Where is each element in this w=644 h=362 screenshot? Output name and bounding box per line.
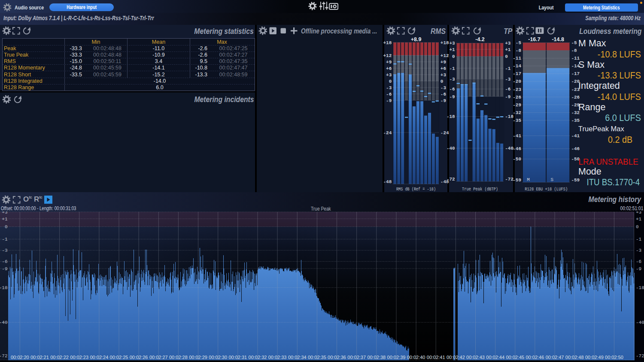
svg-text:-6: -6: [636, 259, 641, 264]
svg-text:-50: -50: [513, 157, 521, 162]
svg-text:00:02:21: 00:02:21: [30, 355, 49, 360]
svg-text:-24: -24: [383, 130, 392, 136]
svg-text:-18: -18: [447, 114, 455, 119]
svg-text:-72: -72: [636, 353, 644, 359]
svg-text:-35: -35: [571, 118, 580, 123]
svg-text:00:02:34: 00:02:34: [288, 355, 307, 360]
svg-text:-20: -20: [513, 79, 521, 84]
svg-text:00:02:41: 00:02:41: [427, 355, 445, 360]
svg-text:00:02:43: 00:02:43: [466, 355, 485, 360]
svg-text:00:02:32: 00:02:32: [249, 355, 267, 360]
svg-text:-9: -9: [2, 266, 7, 272]
svg-text:0: 0: [505, 54, 508, 59]
svg-text:00:02:29: 00:02:29: [189, 355, 207, 360]
svg-text:+1: +1: [636, 217, 642, 222]
svg-text:00:02:39: 00:02:39: [387, 355, 406, 360]
svg-text:00:02:33: 00:02:33: [268, 355, 287, 360]
svg-text:-35: -35: [513, 118, 521, 123]
svg-text:-59: -59: [571, 178, 580, 183]
svg-text:00:02:50: 00:02:50: [605, 355, 623, 360]
svg-text:+1: +1: [449, 47, 455, 52]
svg-text:-40: -40: [636, 320, 644, 325]
svg-text:-41: -41: [513, 133, 521, 139]
svg-text:-16.7: -16.7: [528, 36, 541, 42]
svg-text:R128 EBU +18 (LUFS): R128 EBU +18 (LUFS): [525, 187, 568, 192]
svg-text:00:02:31: 00:02:31: [228, 355, 247, 360]
svg-text:0: 0: [452, 54, 455, 59]
svg-text:-32: -32: [513, 110, 521, 115]
svg-text:-72: -72: [447, 177, 455, 182]
svg-text:00:02:24: 00:02:24: [90, 355, 108, 360]
svg-text:00:02:44: 00:02:44: [486, 355, 504, 360]
svg-text:-48: -48: [383, 179, 392, 184]
svg-text:00:02:26: 00:02:26: [130, 355, 148, 360]
svg-text:True Peak (dBTP): True Peak (dBTP): [462, 187, 498, 192]
svg-text:+12: +12: [383, 53, 392, 58]
svg-text:-18: -18: [0, 285, 8, 290]
svg-text:00:02:40: 00:02:40: [407, 355, 425, 360]
svg-text:0: 0: [636, 224, 639, 229]
svg-text:M: M: [527, 177, 530, 182]
svg-text:00:02:36: 00:02:36: [328, 355, 346, 360]
svg-text:00:02:20: 00:02:20: [11, 355, 29, 360]
svg-text:00:02:23: 00:02:23: [70, 355, 88, 360]
svg-text:00:02:27: 00:02:27: [149, 355, 168, 360]
svg-text:-17: -17: [571, 71, 580, 76]
svg-text:-72: -72: [0, 353, 8, 359]
svg-text:-8: -8: [516, 48, 522, 53]
svg-text:+1: +1: [2, 217, 8, 222]
svg-text:-11: -11: [513, 56, 521, 61]
svg-text:-9: -9: [449, 94, 455, 100]
svg-text:-23: -23: [513, 87, 521, 92]
svg-text:+8.9: +8.9: [411, 36, 422, 42]
svg-text:+3: +3: [2, 211, 7, 215]
svg-text:-40: -40: [447, 146, 455, 151]
svg-text:-1: -1: [636, 237, 642, 242]
svg-text:00:02:49: 00:02:49: [585, 355, 604, 360]
svg-text:00:02:47: 00:02:47: [546, 355, 564, 360]
svg-text:-5: -5: [571, 40, 577, 45]
svg-text:-6: -6: [449, 87, 455, 92]
svg-text:00:02:38: 00:02:38: [367, 355, 386, 360]
svg-text:00:02:42: 00:02:42: [447, 355, 465, 360]
svg-text:-3: -3: [636, 248, 641, 253]
svg-text:-6: -6: [386, 92, 392, 97]
svg-text:-41: -41: [571, 133, 580, 139]
svg-text:-18: -18: [636, 285, 644, 290]
svg-text:-1: -1: [449, 66, 455, 71]
svg-text:+3: +3: [386, 72, 392, 78]
svg-text:00:02:45: 00:02:45: [506, 355, 524, 360]
svg-text:-59: -59: [513, 178, 521, 183]
svg-text:-4.2: -4.2: [475, 36, 485, 42]
svg-text:00:02:35: 00:02:35: [308, 355, 326, 360]
svg-text:+18: +18: [383, 40, 392, 45]
svg-text:-8: -8: [571, 48, 577, 53]
svg-text:-46: -46: [571, 146, 580, 151]
svg-text:-3: -3: [2, 248, 7, 253]
svg-text:+3: +3: [636, 211, 641, 215]
svg-text:-9: -9: [386, 98, 392, 103]
svg-text:0: 0: [5, 224, 8, 229]
svg-text:00:02:25: 00:02:25: [110, 355, 128, 360]
svg-text:-26: -26: [571, 95, 580, 100]
svg-text:-3: -3: [386, 85, 392, 90]
svg-text:00:02:46: 00:02:46: [526, 355, 544, 360]
svg-text:-26: -26: [513, 95, 521, 100]
svg-text:-3: -3: [449, 77, 455, 82]
svg-text:00:02:48: 00:02:48: [565, 355, 584, 360]
svg-text:-29: -29: [513, 103, 521, 108]
svg-text:-5: -5: [516, 40, 522, 45]
svg-text:-46: -46: [513, 146, 521, 151]
svg-text:00:02:37: 00:02:37: [347, 355, 366, 360]
svg-text:-9: -9: [636, 266, 641, 272]
svg-text:00:02:22: 00:02:22: [50, 355, 69, 360]
svg-text:S: S: [550, 177, 553, 182]
svg-text:-1: -1: [2, 237, 8, 242]
svg-text:-6: -6: [2, 259, 7, 264]
svg-text:-14.8: -14.8: [552, 36, 564, 42]
svg-text:+9: +9: [386, 60, 392, 65]
svg-text:+3: +3: [449, 41, 455, 46]
svg-text:-17: -17: [513, 71, 521, 76]
svg-text:+6: +6: [386, 66, 392, 71]
svg-text:-40: -40: [0, 320, 8, 325]
